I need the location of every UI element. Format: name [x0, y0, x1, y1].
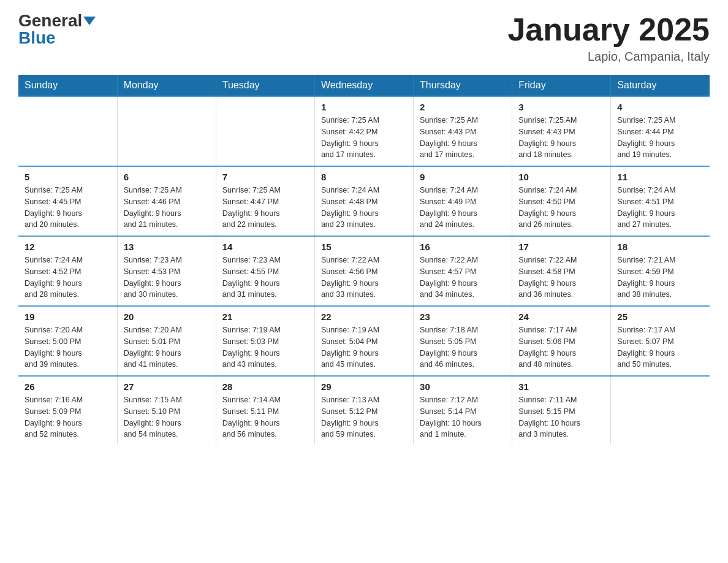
day-number: 18	[617, 242, 703, 252]
day-number: 28	[222, 381, 308, 392]
calendar-cell: 16Sunrise: 7:22 AM Sunset: 4:57 PM Dayli…	[414, 236, 512, 306]
day-info: Sunrise: 7:25 AM Sunset: 4:45 PM Dayligh…	[25, 185, 111, 231]
day-number: 21	[222, 312, 308, 322]
day-number: 29	[321, 381, 407, 392]
day-info: Sunrise: 7:19 AM Sunset: 5:04 PM Dayligh…	[321, 324, 407, 370]
day-info: Sunrise: 7:15 AM Sunset: 5:10 PM Dayligh…	[124, 394, 210, 440]
calendar-cell: 20Sunrise: 7:20 AM Sunset: 5:01 PM Dayli…	[117, 306, 216, 376]
day-info: Sunrise: 7:24 AM Sunset: 4:50 PM Dayligh…	[518, 185, 604, 231]
title-block: January 2025 Lapio, Campania, Italy	[507, 12, 710, 64]
calendar-cell: 17Sunrise: 7:22 AM Sunset: 4:58 PM Dayli…	[512, 236, 611, 306]
calendar-week-4: 19Sunrise: 7:20 AM Sunset: 5:00 PM Dayli…	[18, 306, 710, 376]
calendar-week-5: 26Sunrise: 7:16 AM Sunset: 5:09 PM Dayli…	[18, 376, 710, 445]
page-header: General Blue January 2025 Lapio, Campani…	[18, 12, 710, 64]
calendar-cell: 27Sunrise: 7:15 AM Sunset: 5:10 PM Dayli…	[117, 376, 216, 445]
calendar-cell	[117, 96, 216, 166]
calendar-cell: 24Sunrise: 7:17 AM Sunset: 5:06 PM Dayli…	[512, 306, 611, 376]
day-info: Sunrise: 7:24 AM Sunset: 4:52 PM Dayligh…	[25, 255, 111, 301]
calendar-cell: 14Sunrise: 7:23 AM Sunset: 4:55 PM Dayli…	[216, 236, 314, 306]
calendar-header: SundayMondayTuesdayWednesdayThursdayFrid…	[18, 75, 710, 96]
calendar-cell: 28Sunrise: 7:14 AM Sunset: 5:11 PM Dayli…	[216, 376, 314, 445]
day-number: 11	[617, 172, 703, 182]
calendar-week-2: 5Sunrise: 7:25 AM Sunset: 4:45 PM Daylig…	[18, 166, 710, 236]
logo-general-text: General	[18, 11, 82, 30]
calendar-cell: 6Sunrise: 7:25 AM Sunset: 4:46 PM Daylig…	[117, 166, 216, 236]
weekday-header-friday: Friday	[512, 75, 611, 96]
calendar-week-1: 1Sunrise: 7:25 AM Sunset: 4:42 PM Daylig…	[18, 96, 710, 166]
day-info: Sunrise: 7:16 AM Sunset: 5:09 PM Dayligh…	[25, 394, 111, 440]
day-info: Sunrise: 7:25 AM Sunset: 4:42 PM Dayligh…	[321, 115, 407, 161]
day-number: 16	[420, 242, 506, 252]
calendar-cell: 23Sunrise: 7:18 AM Sunset: 5:05 PM Dayli…	[414, 306, 512, 376]
calendar-cell: 5Sunrise: 7:25 AM Sunset: 4:45 PM Daylig…	[18, 166, 117, 236]
day-number: 1	[321, 102, 407, 112]
day-info: Sunrise: 7:25 AM Sunset: 4:43 PM Dayligh…	[518, 115, 604, 161]
day-number: 17	[518, 242, 604, 252]
day-info: Sunrise: 7:25 AM Sunset: 4:47 PM Dayligh…	[222, 185, 308, 231]
weekday-header-row: SundayMondayTuesdayWednesdayThursdayFrid…	[18, 75, 710, 96]
day-number: 9	[420, 172, 506, 182]
calendar-table: SundayMondayTuesdayWednesdayThursdayFrid…	[18, 75, 710, 445]
day-number: 5	[25, 172, 111, 182]
day-number: 10	[518, 172, 604, 182]
calendar-cell: 11Sunrise: 7:24 AM Sunset: 4:51 PM Dayli…	[611, 166, 710, 236]
weekday-header-thursday: Thursday	[414, 75, 512, 96]
day-number: 22	[321, 312, 407, 322]
weekday-header-monday: Monday	[117, 75, 216, 96]
day-number: 27	[124, 381, 210, 392]
day-number: 14	[222, 242, 308, 252]
calendar-cell: 21Sunrise: 7:19 AM Sunset: 5:03 PM Dayli…	[216, 306, 314, 376]
day-info: Sunrise: 7:14 AM Sunset: 5:11 PM Dayligh…	[222, 394, 308, 440]
weekday-header-tuesday: Tuesday	[216, 75, 314, 96]
day-info: Sunrise: 7:20 AM Sunset: 5:00 PM Dayligh…	[25, 324, 111, 370]
day-info: Sunrise: 7:19 AM Sunset: 5:03 PM Dayligh…	[222, 324, 308, 370]
location-label: Lapio, Campania, Italy	[507, 50, 710, 64]
day-number: 7	[222, 172, 308, 182]
day-number: 13	[124, 242, 210, 252]
calendar-cell: 15Sunrise: 7:22 AM Sunset: 4:56 PM Dayli…	[314, 236, 413, 306]
day-info: Sunrise: 7:25 AM Sunset: 4:43 PM Dayligh…	[420, 115, 506, 161]
day-info: Sunrise: 7:24 AM Sunset: 4:48 PM Dayligh…	[321, 185, 407, 231]
calendar-cell: 7Sunrise: 7:25 AM Sunset: 4:47 PM Daylig…	[216, 166, 314, 236]
day-info: Sunrise: 7:17 AM Sunset: 5:07 PM Dayligh…	[617, 324, 703, 370]
calendar-cell: 26Sunrise: 7:16 AM Sunset: 5:09 PM Dayli…	[18, 376, 117, 445]
calendar-cell: 3Sunrise: 7:25 AM Sunset: 4:43 PM Daylig…	[512, 96, 611, 166]
day-number: 23	[420, 312, 506, 322]
day-number: 8	[321, 172, 407, 182]
logo-blue-text: Blue	[18, 28, 56, 47]
calendar-cell: 2Sunrise: 7:25 AM Sunset: 4:43 PM Daylig…	[414, 96, 512, 166]
logo: General Blue	[18, 12, 96, 47]
day-number: 25	[617, 312, 703, 322]
day-number: 24	[518, 312, 604, 322]
calendar-cell: 25Sunrise: 7:17 AM Sunset: 5:07 PM Dayli…	[611, 306, 710, 376]
day-number: 2	[420, 102, 506, 112]
day-number: 19	[25, 312, 111, 322]
calendar-cell: 1Sunrise: 7:25 AM Sunset: 4:42 PM Daylig…	[314, 96, 413, 166]
calendar-cell: 9Sunrise: 7:24 AM Sunset: 4:49 PM Daylig…	[414, 166, 512, 236]
day-number: 15	[321, 242, 407, 252]
day-info: Sunrise: 7:24 AM Sunset: 4:51 PM Dayligh…	[617, 185, 703, 231]
day-info: Sunrise: 7:17 AM Sunset: 5:06 PM Dayligh…	[518, 324, 604, 370]
calendar-cell: 12Sunrise: 7:24 AM Sunset: 4:52 PM Dayli…	[18, 236, 117, 306]
calendar-cell: 29Sunrise: 7:13 AM Sunset: 5:12 PM Dayli…	[314, 376, 413, 445]
calendar-cell: 18Sunrise: 7:21 AM Sunset: 4:59 PM Dayli…	[611, 236, 710, 306]
day-info: Sunrise: 7:11 AM Sunset: 5:15 PM Dayligh…	[518, 394, 604, 440]
calendar-cell: 4Sunrise: 7:25 AM Sunset: 4:44 PM Daylig…	[611, 96, 710, 166]
calendar-cell	[611, 376, 710, 445]
day-number: 12	[25, 242, 111, 252]
day-info: Sunrise: 7:23 AM Sunset: 4:55 PM Dayligh…	[222, 255, 308, 301]
day-info: Sunrise: 7:23 AM Sunset: 4:53 PM Dayligh…	[124, 255, 210, 301]
day-info: Sunrise: 7:22 AM Sunset: 4:58 PM Dayligh…	[518, 255, 604, 301]
day-number: 3	[518, 102, 604, 112]
day-info: Sunrise: 7:24 AM Sunset: 4:49 PM Dayligh…	[420, 185, 506, 231]
calendar-cell	[216, 96, 314, 166]
day-number: 20	[124, 312, 210, 322]
day-info: Sunrise: 7:20 AM Sunset: 5:01 PM Dayligh…	[124, 324, 210, 370]
day-info: Sunrise: 7:22 AM Sunset: 4:56 PM Dayligh…	[321, 255, 407, 301]
calendar-week-3: 12Sunrise: 7:24 AM Sunset: 4:52 PM Dayli…	[18, 236, 710, 306]
calendar-cell: 30Sunrise: 7:12 AM Sunset: 5:14 PM Dayli…	[414, 376, 512, 445]
calendar-cell: 13Sunrise: 7:23 AM Sunset: 4:53 PM Dayli…	[117, 236, 216, 306]
day-info: Sunrise: 7:13 AM Sunset: 5:12 PM Dayligh…	[321, 394, 407, 440]
calendar-cell: 8Sunrise: 7:24 AM Sunset: 4:48 PM Daylig…	[314, 166, 413, 236]
day-info: Sunrise: 7:25 AM Sunset: 4:44 PM Dayligh…	[617, 115, 703, 161]
